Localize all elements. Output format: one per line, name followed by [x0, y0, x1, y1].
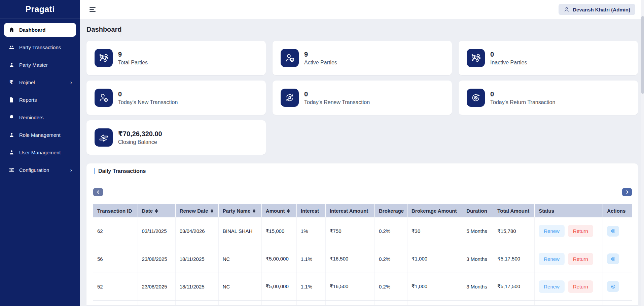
cell-date: 03/11/2025 — [138, 217, 175, 245]
cell-interest-amount: ₹16,500 — [325, 245, 374, 273]
chevron-left-icon — [96, 190, 100, 194]
cell-interest: 1% — [296, 217, 325, 245]
cell-amount: ₹15,000 — [261, 217, 296, 245]
view-button[interactable] — [607, 253, 619, 264]
menu-toggle-icon[interactable] — [89, 5, 96, 13]
return-button[interactable]: Return — [568, 280, 593, 293]
col-amount[interactable]: Amount — [261, 204, 296, 217]
sidebar-item-label: Party Transactions — [19, 44, 61, 50]
eye-icon — [610, 284, 616, 289]
sidebar-item-configuration[interactable]: Configuration › — [4, 163, 76, 177]
col-date[interactable]: Date — [138, 204, 175, 217]
cell-renew-date: 18/11/2025 — [175, 273, 218, 300]
next-page-button[interactable] — [622, 188, 632, 196]
chevron-right-icon: › — [70, 80, 72, 86]
sort-icon[interactable] — [253, 209, 255, 213]
col-duration: Duration — [462, 204, 493, 217]
user-icon — [8, 149, 15, 156]
return-button[interactable]: Return — [568, 253, 593, 265]
brand-logo: Pragati — [0, 0, 80, 19]
user-menu[interactable]: Devansh Khatri (Admin) — [559, 4, 635, 15]
cell-transaction-id: 62 — [93, 217, 138, 245]
sliders-icon — [8, 167, 15, 174]
stat-value: 9 — [118, 50, 148, 58]
cell-actions — [603, 217, 632, 245]
col-interest-amount: Interest Amount — [325, 204, 374, 217]
parties-network-icon — [95, 49, 113, 67]
cell-party-name: NC — [218, 273, 261, 300]
stat-value: 0 — [304, 90, 370, 98]
cell-interest-amount: ₹750 — [325, 217, 374, 245]
stat-card-renew-transaction: 0 Today's Renew Transaction — [273, 81, 452, 115]
table-row: 52 23/08/2025 18/11/2025 NC ₹5,00,000 1.… — [93, 273, 632, 300]
cell-date: 23/08/2025 — [138, 273, 175, 300]
cell-status: Renew Return — [535, 273, 603, 300]
cell-duration: 5 Months — [462, 217, 493, 245]
daily-transactions-panel: Daily Transactions — [86, 163, 638, 305]
users-group-icon — [8, 44, 15, 51]
table-pagination — [93, 188, 632, 196]
scrollbar-thumb[interactable] — [641, 16, 644, 94]
app-root: Pragati Dashboard Party Transactions Par… — [0, 0, 644, 306]
sidebar-item-role-management[interactable]: Role Management — [4, 128, 76, 142]
cell-party-name: BINAL SHAH — [218, 217, 261, 245]
stat-card-active-parties: 9 Active Parties — [273, 41, 452, 75]
col-renew-date[interactable]: Renew Date — [175, 204, 218, 217]
sort-icon[interactable] — [211, 209, 213, 213]
sidebar-item-label: Configuration — [19, 167, 49, 173]
cell-transaction-id: 56 — [93, 245, 138, 273]
table-row-clipped — [93, 300, 632, 305]
renew-button[interactable]: Renew — [539, 225, 565, 237]
person-icon — [8, 62, 15, 68]
table-header-row: Transaction ID Date Renew Date Party Nam… — [93, 204, 632, 217]
table-row: 56 23/08/2025 18/11/2025 NC ₹5,00,000 1.… — [93, 245, 632, 273]
sidebar-item-rojmel[interactable]: ₹ Rojmel › — [4, 75, 76, 89]
sidebar-item-party-master[interactable]: Party Master — [4, 58, 76, 72]
stat-label: Inactive Parties — [490, 60, 527, 66]
stat-label: Today's New Transaction — [118, 99, 178, 105]
page-scrollbar[interactable] — [641, 0, 644, 306]
user-renew-icon — [281, 89, 299, 107]
panel-header: Daily Transactions — [86, 163, 638, 179]
sort-icon[interactable] — [155, 209, 158, 213]
eye-icon — [610, 228, 616, 234]
table-row: 62 03/11/2025 03/04/2026 BINAL SHAH ₹15,… — [93, 217, 632, 245]
cell-brokerage-amount: ₹30 — [407, 217, 462, 245]
stat-card-closing-balance: ₹70,26,320.00 Closing Balance — [86, 120, 266, 155]
stat-card-new-transaction: 0 Today's New Transaction — [86, 81, 266, 115]
cell-brokerage-amount: ₹1,000 — [407, 273, 462, 300]
person-badge-icon — [8, 132, 15, 139]
col-party-name[interactable]: Party Name — [218, 204, 261, 217]
sort-icon[interactable] — [287, 209, 290, 213]
stat-label: Closing Balance — [118, 139, 162, 145]
sidebar-item-user-management[interactable]: User Management — [4, 146, 76, 159]
cell-renew-date: 03/04/2026 — [175, 217, 218, 245]
stat-value: 9 — [304, 50, 337, 58]
cell-amount: ₹5,00,000 — [261, 245, 296, 273]
previous-page-button[interactable] — [93, 188, 103, 196]
sidebar-item-label: Party Master — [19, 62, 48, 68]
sidebar-item-reports[interactable]: Reports — [4, 93, 76, 107]
sidebar-nav: Dashboard Party Transactions Party Maste… — [0, 19, 80, 181]
sidebar-item-label: Reports — [19, 97, 37, 103]
sidebar-item-party-transactions[interactable]: Party Transactions — [4, 40, 76, 54]
stat-label: Today's Return Transaction — [490, 99, 555, 105]
stat-cards: 9 Total Parties 9 Active Parties — [86, 41, 638, 155]
chevron-right-icon: › — [70, 167, 72, 173]
sidebar-item-label: Rojmel — [19, 80, 35, 85]
cell-duration: 3 Months — [462, 273, 493, 300]
return-button[interactable]: Return — [568, 225, 593, 237]
renew-button[interactable]: Renew — [539, 253, 565, 265]
view-button[interactable] — [607, 226, 619, 237]
renew-button[interactable]: Renew — [539, 280, 565, 293]
sidebar-item-dashboard[interactable]: Dashboard — [4, 23, 76, 37]
cell-status: Renew Return — [535, 245, 603, 273]
cell-total-amount: ₹5,17,500 — [493, 273, 535, 300]
sidebar-item-reminders[interactable]: Reminders — [4, 111, 76, 124]
cell-total-amount: ₹5,17,500 — [493, 245, 535, 273]
view-button[interactable] — [607, 281, 619, 292]
user-return-icon — [467, 89, 485, 107]
col-actions: Actions — [603, 204, 632, 217]
cell-actions — [603, 245, 632, 273]
panel-title: Daily Transactions — [98, 168, 146, 174]
